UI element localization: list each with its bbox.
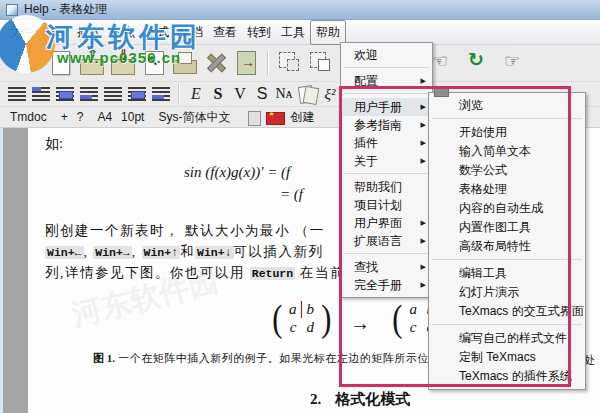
menu-item[interactable]: 格式 bbox=[140, 21, 174, 44]
indent-icon[interactable] bbox=[150, 83, 172, 105]
add-style-button[interactable]: + bbox=[61, 110, 68, 124]
menu-item-label: 用户手册 bbox=[354, 98, 402, 116]
refresh-icon[interactable] bbox=[468, 48, 492, 76]
go-back-icon[interactable] bbox=[432, 48, 456, 76]
menu-item[interactable]: 高级布局特性 bbox=[429, 237, 585, 256]
menu-item[interactable]: 工具 bbox=[276, 21, 310, 44]
menu-item[interactable]: 配置▶ bbox=[341, 72, 432, 90]
menu-item[interactable]: TeXmacs 的交互式界面 bbox=[429, 302, 585, 321]
menu-item[interactable]: 编辑工具 bbox=[429, 264, 585, 283]
menu-item[interactable]: 查找▶ bbox=[341, 258, 432, 276]
style-help-button[interactable]: ? bbox=[77, 110, 84, 124]
menu-item[interactable]: 数学公式 bbox=[429, 161, 585, 180]
menu-item[interactable]: 定制 TeXmacs bbox=[429, 348, 585, 367]
menu-item[interactable]: TeXmacs 的插件系统 bbox=[429, 367, 585, 386]
menu-item[interactable]: 输入简单文本 bbox=[429, 142, 585, 161]
menu-item[interactable]: 编辑 bbox=[38, 21, 72, 44]
menu-item[interactable]: 浏览 bbox=[429, 96, 585, 115]
itemize-icon[interactable] bbox=[102, 83, 124, 105]
menu-item-label: TeXmacs 的插件系统 bbox=[459, 367, 572, 386]
submenu-arrow-icon: ▶ bbox=[421, 72, 426, 90]
create-button[interactable]: 创建 bbox=[290, 109, 314, 126]
table-block-icon[interactable] bbox=[126, 83, 148, 105]
text-segment: , bbox=[132, 244, 142, 259]
math-formula-line-1: sin (f(x)g(x))′ = (f bbox=[184, 164, 290, 181]
menu-item[interactable]: 文件 bbox=[4, 21, 38, 44]
paper-size-button[interactable]: A4 bbox=[97, 110, 112, 124]
submenu-arrow-icon: ▶ bbox=[421, 276, 426, 294]
menu-item[interactable]: 关于▶ bbox=[341, 152, 432, 170]
menu-item[interactable]: 插件▶ bbox=[341, 134, 432, 152]
style-sheets-icon[interactable] bbox=[296, 83, 318, 105]
menu-item[interactable]: 插入 bbox=[72, 21, 106, 44]
menu-item[interactable]: 参考指南▶ bbox=[341, 116, 432, 134]
menu-item[interactable]: 转到 bbox=[242, 21, 276, 44]
menu-item[interactable]: 文档 bbox=[174, 21, 208, 44]
menu-item[interactable]: 欢迎 bbox=[341, 46, 432, 64]
math-formula-button[interactable]: ξ² bbox=[320, 83, 340, 105]
menu-item[interactable]: 查看 bbox=[208, 21, 242, 44]
matrix-cell: b bbox=[302, 301, 319, 318]
font-size-button[interactable]: 10pt bbox=[121, 110, 144, 124]
menu-item-label: 关于 bbox=[354, 152, 378, 170]
document-language-icon[interactable] bbox=[248, 110, 260, 125]
section-number: 2. bbox=[310, 391, 321, 407]
menu-item-label: 用户界面 bbox=[354, 214, 402, 232]
paragraph-line-3: 列,详情参见下图。你也可以用 Return 在当前光标 bbox=[45, 264, 375, 282]
menu-item-label: 欢迎 bbox=[354, 46, 378, 64]
copy-selection-icon[interactable] bbox=[307, 48, 334, 78]
menu-item[interactable]: 内置作图工具 bbox=[429, 218, 585, 237]
quote-block-icon[interactable] bbox=[78, 83, 100, 105]
save-document-icon[interactable] bbox=[109, 48, 136, 78]
export-document-icon[interactable] bbox=[233, 48, 260, 78]
centered-block-icon[interactable] bbox=[54, 83, 76, 105]
menu-item[interactable]: 开始使用 bbox=[429, 123, 585, 142]
strong-button[interactable]: S bbox=[208, 83, 228, 105]
menu-item[interactable]: 表格处理 bbox=[429, 180, 585, 199]
import-document-icon[interactable] bbox=[140, 48, 167, 78]
menu-item-label: 数学公式 bbox=[459, 161, 507, 180]
menu-item[interactable]: 项目计划 bbox=[341, 196, 432, 214]
menu-item[interactable]: 扩展语言▶ bbox=[341, 232, 432, 250]
menu-separator bbox=[432, 118, 582, 119]
tools-icon[interactable] bbox=[202, 48, 229, 78]
submenu-arrow-icon: ▶ bbox=[421, 134, 426, 152]
menu-item[interactable]: 帮助我们 bbox=[341, 178, 432, 196]
style-button[interactable]: Tmdoc bbox=[10, 110, 47, 124]
scrollbar-fragment bbox=[434, 87, 449, 97]
title-block-icon[interactable] bbox=[30, 83, 52, 105]
new-document-icon[interactable] bbox=[47, 48, 74, 78]
emphasis-button[interactable]: E bbox=[186, 83, 206, 105]
menu-active[interactable]: 帮助 bbox=[310, 20, 346, 45]
left-paren: ( bbox=[272, 296, 282, 340]
print-document-icon[interactable] bbox=[171, 48, 198, 78]
menu-item[interactable]: 用户手册▶ bbox=[341, 98, 432, 116]
cut-selection-icon[interactable] bbox=[276, 48, 303, 78]
language-button[interactable]: Sys-简体中文 bbox=[158, 109, 230, 126]
menu-item[interactable]: 幻灯片演示 bbox=[429, 283, 585, 302]
menu-item[interactable]: 完全手册▶ bbox=[341, 276, 432, 294]
small-caps-button[interactable]: S bbox=[252, 83, 272, 105]
matrix-cell: c bbox=[285, 319, 302, 336]
open-document-icon[interactable] bbox=[78, 48, 105, 78]
paragraph-style-icon[interactable] bbox=[6, 83, 28, 105]
user-manual-submenu: 浏览开始使用输入简单文本数学公式表格处理内容的自动生成内置作图工具高级布局特性编… bbox=[428, 92, 586, 390]
name-markup-button[interactable]: Nᴀ bbox=[274, 83, 294, 105]
title-bar[interactable]: Help - 表格处理 bbox=[0, 0, 600, 20]
menu-item[interactable]: 焦点 bbox=[106, 21, 140, 44]
menu-item[interactable]: 内容的自动生成 bbox=[429, 199, 585, 218]
menu-item[interactable]: 编写自己的样式文件 bbox=[429, 329, 585, 348]
help-menu-dropdown: 欢迎配置▶用户手册▶参考指南▶插件▶关于▶帮助我们项目计划用户界面▶扩展语言▶查… bbox=[340, 42, 433, 298]
document-text-line: 如: bbox=[45, 135, 63, 153]
verbatim-button[interactable]: V bbox=[230, 83, 250, 105]
menu-item-label: 帮助我们 bbox=[354, 178, 402, 196]
china-flag-icon[interactable] bbox=[266, 111, 284, 124]
right-paren: ) bbox=[321, 296, 331, 340]
menu-item-label: 表格处理 bbox=[459, 180, 507, 199]
menu-item[interactable]: 用户界面▶ bbox=[341, 214, 432, 232]
help-nav-icons bbox=[430, 48, 530, 76]
menu-item-label: 扩展语言 bbox=[354, 232, 402, 250]
menu-bar: 文件编辑插入焦点格式文档查看转到工具帮助 bbox=[0, 20, 600, 45]
window-title: Help - 表格处理 bbox=[24, 1, 107, 18]
go-forward-icon[interactable] bbox=[504, 48, 528, 76]
